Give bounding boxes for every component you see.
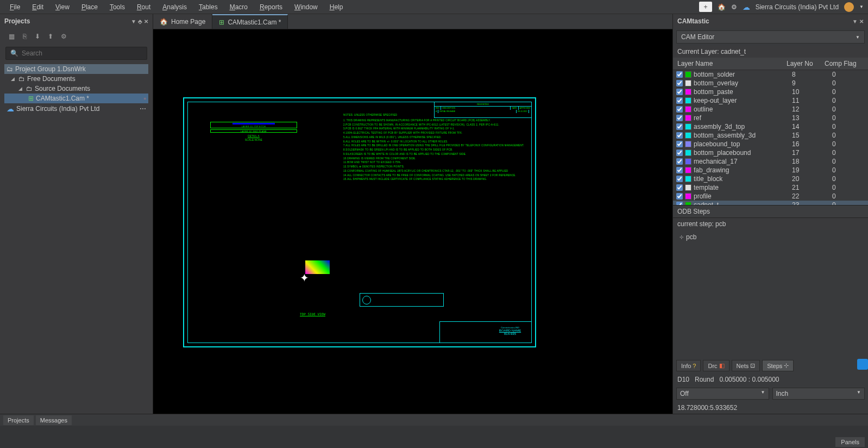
tree-cam-file[interactable]: ⊞ CAMtastic1.Cam * ▫: [4, 94, 148, 103]
layer-row-fab_drawing[interactable]: fab_drawing190: [673, 166, 868, 175]
settings-icon[interactable]: ⚙: [59, 32, 68, 41]
menu-analysis[interactable]: Analysis: [157, 1, 192, 13]
menu-reports[interactable]: Reports: [254, 1, 288, 13]
editor-mode-dropdown[interactable]: CAM Editor ▼: [676, 30, 865, 43]
expander-icon[interactable]: ◢: [18, 86, 24, 91]
layer-row-placebound_top[interactable]: placebound_top160: [673, 140, 868, 148]
bottom-tab-projects[interactable]: Projects: [3, 415, 34, 425]
layer-color-swatch[interactable]: [685, 150, 691, 156]
gear-icon[interactable]: ⚙: [731, 3, 737, 11]
panels-button[interactable]: Panels: [835, 437, 865, 447]
more-icon[interactable]: ⋯: [140, 105, 146, 113]
layer-row-bottom_overlay[interactable]: bottom_overlay90: [673, 79, 868, 88]
cam-tab-drc[interactable]: Drc◧: [703, 360, 729, 371]
layer-row-bottom_solder[interactable]: bottom_solder80: [673, 70, 868, 79]
layer-visibility-checkbox[interactable]: [676, 158, 683, 165]
layer-visibility-checkbox[interactable]: [676, 106, 683, 113]
layer-row-cadnet_t[interactable]: cadnet_t230: [673, 201, 868, 205]
layer-visibility-checkbox[interactable]: [676, 141, 683, 147]
cam-tab-info[interactable]: Info?: [676, 360, 701, 371]
layer-visibility-checkbox[interactable]: [676, 97, 683, 104]
menu-help[interactable]: Help: [324, 1, 349, 13]
menu-rout[interactable]: Rout: [131, 1, 156, 13]
layer-visibility-checkbox[interactable]: [676, 193, 683, 200]
layer-visibility-checkbox[interactable]: [676, 167, 683, 173]
menu-edit[interactable]: Edit: [27, 1, 49, 13]
tab-home[interactable]: 🏠 Home Page: [153, 14, 212, 29]
tree-free-documents[interactable]: ◢ 🗀 Free Documents: [4, 74, 148, 84]
layer-row-title_block[interactable]: title_block200: [673, 175, 868, 183]
layer-color-swatch[interactable]: [685, 115, 691, 121]
layer-color-swatch[interactable]: [685, 106, 691, 113]
tree-company[interactable]: ☁ Sierra Circuits (India) Pvt Ltd ⋯: [4, 103, 148, 114]
layer-row-ref[interactable]: ref130: [673, 114, 868, 122]
panel-close-icon[interactable]: ✕: [859, 18, 864, 24]
tab-camtastic[interactable]: ⊞ CAMtastic1.Cam *: [212, 14, 288, 29]
cad-canvas[interactable]: REVISIONS REV DESCRIPTION DATE APPROVED …: [153, 29, 672, 414]
layer-color-swatch[interactable]: [685, 123, 691, 130]
tree-project-group[interactable]: 🗂 Project Group 1.DsnWrk: [4, 64, 148, 74]
bottom-tab-messages[interactable]: Messages: [36, 415, 72, 425]
compile-icon[interactable]: ⬆: [46, 32, 55, 41]
layer-visibility-checkbox[interactable]: [676, 71, 683, 78]
panel-dropdown-icon[interactable]: ▼: [131, 18, 136, 24]
layer-color-swatch[interactable]: [685, 184, 691, 191]
cloud-icon[interactable]: ☁: [743, 3, 750, 11]
save-icon[interactable]: ⬇: [33, 32, 42, 41]
layer-row-template[interactable]: template210: [673, 183, 868, 192]
menu-macro[interactable]: Macro: [224, 1, 253, 13]
layer-visibility-checkbox[interactable]: [676, 80, 683, 86]
user-avatar[interactable]: [844, 2, 854, 12]
layer-row-mechanical_17[interactable]: mechanical_17180: [673, 157, 868, 166]
menu-view[interactable]: View: [50, 1, 75, 13]
expander-icon[interactable]: ◢: [11, 76, 16, 82]
layer-visibility-checkbox[interactable]: [676, 123, 683, 130]
layer-color-swatch[interactable]: [685, 97, 691, 104]
panel-close-icon[interactable]: ✕: [144, 18, 148, 24]
layer-visibility-checkbox[interactable]: [676, 176, 683, 182]
layer-color-swatch[interactable]: [685, 141, 691, 147]
layer-list[interactable]: bottom_solder80bottom_overlay90bottom_pa…: [673, 70, 868, 205]
layer-color-swatch[interactable]: [685, 193, 691, 200]
open-project-icon[interactable]: ⎘: [20, 32, 29, 41]
dropdown-arrow-icon[interactable]: ▼: [859, 4, 864, 9]
panel-dropdown-icon[interactable]: ▼: [852, 18, 858, 24]
tree-source-documents[interactable]: ◢ 🗀 Source Documents: [4, 84, 148, 94]
home-icon[interactable]: 🏠: [718, 3, 726, 11]
panel-pin-icon[interactable]: ⬘: [138, 18, 142, 24]
menu-window[interactable]: Window: [289, 1, 323, 13]
menu-tables[interactable]: Tables: [193, 1, 223, 13]
layer-visibility-checkbox[interactable]: [676, 184, 683, 191]
layer-visibility-checkbox[interactable]: [676, 89, 683, 95]
layer-color-swatch[interactable]: [685, 167, 691, 173]
projects-search[interactable]: 🔍: [5, 47, 147, 60]
layer-color-swatch[interactable]: [685, 80, 691, 86]
menu-place[interactable]: Place: [76, 1, 103, 13]
layer-row-keep-out_layer[interactable]: keep-out_layer110: [673, 96, 868, 105]
layer-color-swatch[interactable]: [685, 89, 691, 95]
layer-color-swatch[interactable]: [685, 158, 691, 165]
layer-row-assembly_3d_top[interactable]: assembly_3d_top140: [673, 122, 868, 131]
layer-visibility-checkbox[interactable]: [676, 150, 683, 156]
menu-file[interactable]: File: [4, 1, 26, 13]
layer-row-bottom_placebound[interactable]: bottom_placebound170: [673, 148, 868, 157]
menu-tools[interactable]: Tools: [104, 1, 130, 13]
projects-search-input[interactable]: [22, 49, 142, 57]
cam-tab-nets[interactable]: Nets⊡: [732, 360, 760, 371]
layer-color-swatch[interactable]: [685, 132, 691, 139]
layer-row-profile[interactable]: profile220: [673, 192, 868, 201]
odb-step-pcb[interactable]: ⊹ pcb: [677, 232, 864, 242]
layer-visibility-checkbox[interactable]: [676, 132, 683, 139]
mode-dropdown[interactable]: Off ▼: [676, 388, 769, 400]
cam-tab-steps[interactable]: Steps⊹: [762, 360, 794, 371]
layer-visibility-checkbox[interactable]: [676, 115, 683, 121]
layer-row-outline[interactable]: outline120: [673, 105, 868, 114]
unit-dropdown[interactable]: Inch ▼: [772, 388, 865, 400]
new-project-icon[interactable]: ▦: [7, 32, 16, 41]
layer-color-swatch[interactable]: [685, 176, 691, 182]
notification-icon[interactable]: ＋: [699, 2, 712, 12]
layer-row-bottom_assembly_3d[interactable]: bottom_assembly_3d150: [673, 131, 868, 140]
layer-color-swatch[interactable]: [685, 71, 691, 78]
teamviewer-icon[interactable]: [857, 359, 868, 370]
layer-row-bottom_paste[interactable]: bottom_paste100: [673, 88, 868, 96]
